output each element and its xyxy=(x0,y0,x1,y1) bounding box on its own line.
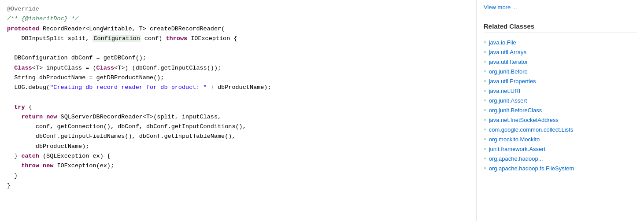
related-class-link[interactable]: java.io.File xyxy=(489,39,516,46)
code-line: DBInputSplit split, Configuration conf) … xyxy=(7,34,469,44)
related-class-link[interactable]: org.apache.hadoop.fs.FileSystem xyxy=(489,165,574,172)
code-line xyxy=(7,92,469,102)
list-item: java.util.Iterator xyxy=(484,57,637,66)
code-line: try { xyxy=(7,103,469,112)
code-line: throw new IOException(ex); xyxy=(7,161,469,171)
view-more-section: View more ... xyxy=(477,0,644,17)
list-item: org.mockito.Mockito xyxy=(484,134,637,144)
related-class-link[interactable]: org.junit.Before xyxy=(489,68,528,75)
list-item: java.net.InetSocketAddress xyxy=(484,115,637,125)
code-container: @Override/** {@inheritDoc} */protected R… xyxy=(7,4,469,191)
code-line: } xyxy=(7,171,469,181)
related-class-link[interactable]: java.util.Properties xyxy=(489,78,536,85)
related-class-link[interactable]: junit.framework.Assert xyxy=(489,146,546,152)
view-more-link[interactable]: View more ... xyxy=(484,4,517,11)
related-class-link[interactable]: java.util.Arrays xyxy=(489,49,526,55)
related-classes-section: Related Classes java.io.Filejava.util.Ar… xyxy=(477,17,644,178)
list-item: java.net.URI xyxy=(484,86,637,96)
sidebar: View more ... Related Classes java.io.Fi… xyxy=(477,0,644,221)
related-class-link[interactable]: org.mockito.Mockito xyxy=(489,136,540,143)
list-item: org.apache.hadoop.fs.FileSystem xyxy=(484,163,637,173)
code-line: dbConf.getInputFieldNames(), dbConf.getI… xyxy=(7,132,469,141)
related-class-link[interactable]: org.junit.BeforeClass xyxy=(489,107,542,114)
code-line: String dbProductName = getDBProductName(… xyxy=(7,73,469,83)
related-class-link[interactable]: com.google.common.collect.Lists xyxy=(489,126,573,133)
related-classes-list: java.io.Filejava.util.Arraysjava.util.It… xyxy=(484,37,637,173)
list-item: org.junit.Assert xyxy=(484,96,637,105)
code-line: conf, getConnection(), dbConf, dbConf.ge… xyxy=(7,122,469,132)
list-item: org.junit.Before xyxy=(484,66,637,76)
code-line: } xyxy=(7,181,469,191)
code-line: DBConfiguration dbConf = getDBConf(); xyxy=(7,53,469,63)
code-wrapper: @Override/** {@inheritDoc} */protected R… xyxy=(7,4,469,191)
code-panel: @Override/** {@inheritDoc} */protected R… xyxy=(0,0,477,221)
related-class-link[interactable]: java.util.Iterator xyxy=(489,59,528,65)
code-line: LOG.debug("Creating db record reader for… xyxy=(7,83,469,92)
code-line: /** {@inheritDoc} */ xyxy=(7,14,469,24)
related-classes-title: Related Classes xyxy=(484,22,637,33)
list-item: com.google.common.collect.Lists xyxy=(484,125,637,134)
list-item: java.util.Arrays xyxy=(484,47,637,57)
code-line: } catch (SQLException ex) { xyxy=(7,151,469,161)
list-item: java.io.File xyxy=(484,37,637,47)
list-item: org.junit.BeforeClass xyxy=(484,105,637,115)
list-item: junit.framework.Assert xyxy=(484,144,637,154)
list-item: org.apache.hadoop... xyxy=(484,154,637,163)
code-line: protected RecordReader<LongWritable, T> … xyxy=(7,24,469,34)
related-class-link[interactable]: org.junit.Assert xyxy=(489,97,527,104)
related-class-link[interactable]: java.net.URI xyxy=(489,88,521,94)
list-item: java.util.Properties xyxy=(484,76,637,86)
code-line: return new SQLServerDBRecordReader<T>(sp… xyxy=(7,112,469,122)
related-class-link[interactable]: org.apache.hadoop... xyxy=(489,155,543,162)
code-line: Class<T> inputClass = (Class<T>) (dbConf… xyxy=(7,63,469,73)
code-line: @Override xyxy=(7,4,469,14)
related-class-link[interactable]: java.net.InetSocketAddress xyxy=(489,117,559,123)
code-line xyxy=(7,44,469,53)
code-line: dbProductName); xyxy=(7,142,469,151)
